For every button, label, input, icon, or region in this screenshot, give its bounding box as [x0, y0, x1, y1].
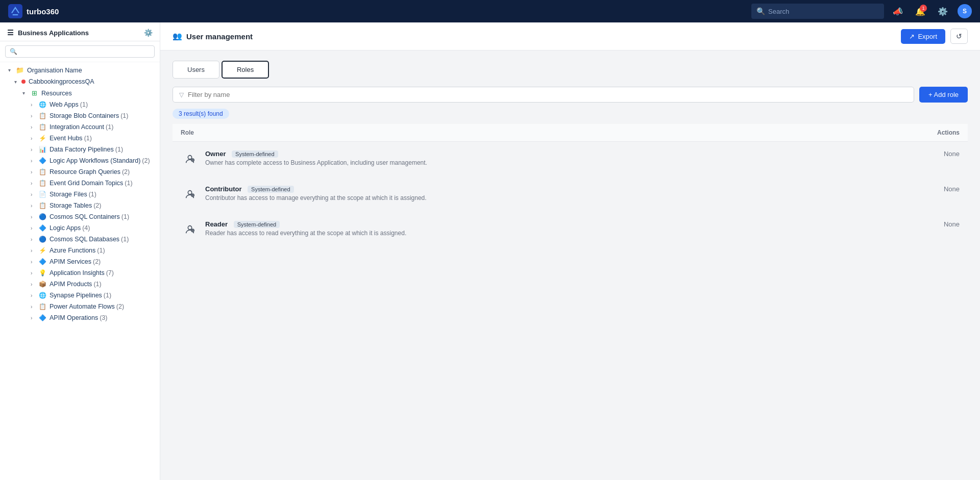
sidebar-search-input[interactable] [20, 48, 150, 55]
sidebar-item-resources[interactable]: ▾ ⊞ Resources [0, 87, 160, 99]
role-details: Owner System-defined Owner has complete … [205, 150, 427, 166]
chevron-down-icon: ▾ [8, 67, 15, 73]
role-icon [181, 185, 199, 204]
sidebar-settings-button[interactable]: ⚙️ [144, 29, 153, 37]
role-info: Owner System-defined Owner has complete … [181, 150, 857, 168]
sidebar-search-box[interactable]: 🔍 [5, 45, 155, 58]
svg-rect-0 [8, 4, 22, 18]
chevron-right-icon: › [31, 214, 38, 220]
actions-cell: None [866, 142, 968, 177]
sidebar-item-azure-functions[interactable]: › ⚡ Azure Functions (1) [0, 245, 160, 256]
sidebar-item-cosmos-sql-containers[interactable]: › 🔵 Cosmos SQL Containers (1) [0, 211, 160, 222]
main-body: UsersRoles ▽ + Add role 3 result(s) foun… [160, 50, 980, 480]
chevron-right-icon: › [31, 259, 38, 265]
export-icon: ↗ [909, 33, 915, 40]
sidebar-item-synapse-pipelines[interactable]: › 🌐 Synapse Pipelines (1) [0, 290, 160, 301]
role-cell: Reader System-defined Reader has access … [173, 212, 866, 247]
sidebar-item-cosmos-sql-databases[interactable]: › 🔵 Cosmos SQL Databases (1) [0, 234, 160, 245]
sidebar-title: ☰ Business Applications [7, 29, 89, 37]
actions-cell: None [866, 177, 968, 212]
chevron-right-icon: › [31, 158, 38, 164]
export-button[interactable]: ↗ Export [901, 29, 945, 44]
refresh-button[interactable]: ↺ [950, 29, 968, 44]
role-info: Reader System-defined Reader has access … [181, 220, 857, 239]
topnav-icons: 📣 🔔 1 ⚙️ S [890, 4, 972, 19]
tabs-bar: UsersRoles [173, 61, 968, 79]
sidebar-item-data-factory-pipelines[interactable]: › 📊 Data Factory Pipelines (1) [0, 144, 160, 155]
sidebar-item-integration-account[interactable]: › 📋 Integration Account (1) [0, 121, 160, 133]
sidebar-item-org[interactable]: ▾ 📁 Organisation Name [0, 64, 160, 76]
search-input[interactable] [768, 8, 879, 15]
sidebar-item-logic-app-workflows-(standard)[interactable]: › 🔷 Logic App Workflows (Standard) (2) [0, 155, 160, 166]
col-role: Role [173, 124, 866, 142]
sidebar-item-power-automate-flows[interactable]: › 📋 Power Automate Flows (2) [0, 301, 160, 312]
status-dot-red [21, 80, 26, 84]
sidebar-search-area: 🔍 [0, 41, 160, 62]
sidebar-item-app[interactable]: ▾ CabbookingprocessQA [0, 76, 160, 87]
svg-point-1 [188, 156, 191, 159]
search-icon: 🔍 [756, 7, 765, 15]
search-box[interactable]: 🔍 [751, 4, 884, 19]
table-row: Reader System-defined Reader has access … [173, 212, 968, 247]
role-info: Contributor System-defined Contributor h… [181, 185, 857, 204]
chevron-right-icon: › [31, 113, 38, 119]
table-row: Owner System-defined Owner has complete … [173, 142, 968, 177]
chevron-right-icon: › [31, 237, 38, 242]
app-name: turbo360 [27, 7, 59, 16]
role-name: Owner [205, 150, 226, 158]
sidebar: ☰ Business Applications ⚙️ 🔍 ▾ 📁 Organis… [0, 22, 160, 480]
chevron-down-icon: ▾ [14, 79, 21, 85]
filter-box[interactable]: ▽ [173, 87, 914, 103]
sidebar-item-web-apps[interactable]: › 🌐 Web Apps (1) [0, 99, 160, 110]
tab-users[interactable]: Users [173, 61, 219, 79]
sidebar-item-resource-graph-queries[interactable]: › 📋 Resource Graph Queries (2) [0, 166, 160, 178]
role-details: Reader System-defined Reader has access … [205, 220, 406, 237]
chevron-right-icon: › [31, 248, 38, 254]
sidebar-item-apim-operations[interactable]: › 🔷 APIM Operations (3) [0, 312, 160, 323]
svg-point-3 [188, 191, 191, 194]
sidebar-item-apim-products[interactable]: › 📦 APIM Products (1) [0, 279, 160, 290]
sidebar-item-apim-services[interactable]: › 🔷 APIM Services (2) [0, 256, 160, 267]
sidebar-item-logic-apps[interactable]: › 🔷 Logic Apps (4) [0, 222, 160, 234]
chevron-right-icon: › [31, 225, 38, 231]
megaphone-icon: 📣 [893, 7, 903, 16]
main-content: 👥 User management ↗ Export ↺ UsersRoles … [160, 22, 980, 480]
sidebar-item-application-insights[interactable]: › 💡 Application Insights (7) [0, 267, 160, 279]
add-role-button[interactable]: + Add role [919, 87, 968, 103]
svg-point-5 [188, 226, 191, 230]
col-actions: Actions [866, 124, 968, 142]
avatar[interactable]: S [958, 4, 972, 18]
app-logo[interactable]: turbo360 [8, 4, 59, 18]
system-badge: System-defined [234, 221, 280, 228]
settings-button[interactable]: ⚙️ [935, 4, 950, 19]
role-icon [181, 150, 199, 168]
table-row: Contributor System-defined Contributor h… [173, 177, 968, 212]
role-description: Contributor has access to manage everyth… [205, 194, 427, 201]
main-layout: ☰ Business Applications ⚙️ 🔍 ▾ 📁 Organis… [0, 22, 980, 480]
filter-icon: ▽ [179, 91, 184, 98]
chevron-right-icon: › [31, 282, 38, 287]
chevron-right-icon: › [31, 102, 38, 108]
megaphone-button[interactable]: 📣 [890, 4, 905, 19]
sidebar-item-event-grid-domain-topics[interactable]: › 📋 Event Grid Domain Topics (1) [0, 178, 160, 189]
actions-cell: None [866, 212, 968, 247]
tab-roles[interactable]: Roles [222, 61, 269, 79]
roles-table: Role Actions [173, 124, 968, 247]
bell-button[interactable]: 🔔 1 [913, 4, 928, 19]
sidebar-item-storage-blob-containers[interactable]: › 📋 Storage Blob Containers (1) [0, 110, 160, 121]
role-details: Contributor System-defined Contributor h… [205, 185, 427, 201]
sidebar-item-storage-tables[interactable]: › 📋 Storage Tables (2) [0, 200, 160, 211]
chevron-right-icon: › [31, 293, 38, 298]
filter-input[interactable] [188, 91, 908, 98]
sidebar-item-storage-files[interactable]: › 📄 Storage Files (1) [0, 189, 160, 200]
role-description: Owner has complete access to Business Ap… [205, 159, 427, 166]
sidebar-header: ☰ Business Applications ⚙️ [0, 22, 160, 41]
results-badge: 3 result(s) found [173, 109, 229, 119]
sidebar-search-icon: 🔍 [10, 48, 17, 55]
role-icon [181, 220, 199, 239]
page-title-area: 👥 User management [173, 32, 253, 41]
chevron-right-icon: › [31, 192, 38, 197]
sidebar-item-event-hubs[interactable]: › ⚡ Event Hubs (1) [0, 133, 160, 144]
chevron-right-icon: › [31, 203, 38, 209]
gear-icon: ⚙️ [938, 7, 948, 16]
